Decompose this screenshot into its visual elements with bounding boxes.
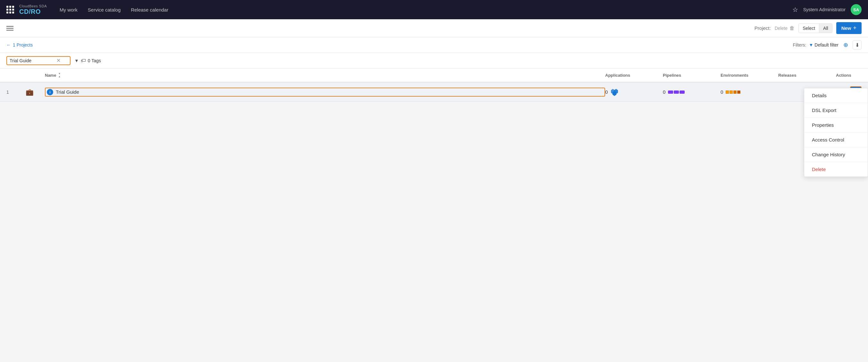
back-label: 1 Projects <box>13 43 33 48</box>
nav-my-work[interactable]: My work <box>60 7 78 12</box>
environments-icon <box>726 90 740 94</box>
context-menu-dsl-export[interactable]: DSL Export <box>804 103 868 118</box>
filters-label: Filters: <box>793 43 806 48</box>
new-button[interactable]: New + <box>836 22 862 34</box>
content-area: Name ▼ ▲ Applications Pipelines Environm… <box>0 69 868 102</box>
pipelines-cell: 0 <box>663 89 720 95</box>
select-all-control: Select All <box>799 23 832 33</box>
avatar[interactable]: SA <box>851 4 862 15</box>
sort-desc-icon: ▼ <box>58 73 61 75</box>
filter-dropdown[interactable]: ▼ Default filter <box>809 43 838 48</box>
environments-cell: 0 <box>720 89 778 95</box>
applications-count: 0 <box>605 89 608 95</box>
project-label: Project: <box>754 25 771 31</box>
table-container: Name ▼ ▲ Applications Pipelines Environm… <box>0 69 868 102</box>
topbar-nav: My work Service catalog Release calendar <box>60 7 787 12</box>
secondary-toolbar: Project: Delete 🗑 Select All New + <box>0 19 868 37</box>
topbar-right: ☆ System Administrator SA <box>793 4 862 15</box>
sort-asc-icon: ▲ <box>58 76 61 78</box>
search-bar: ✕ ▼ 🏷 0 Tags <box>0 53 868 69</box>
sort-icons[interactable]: ▼ ▲ <box>58 73 61 78</box>
th-name: Name ▼ ▲ <box>45 73 605 78</box>
new-label: New <box>841 25 851 31</box>
user-name: System Administrator <box>803 7 845 12</box>
back-link[interactable]: ← 1 Projects <box>6 43 33 48</box>
context-menu-change-history[interactable]: Change History <box>804 147 868 162</box>
th-actions: Actions <box>836 73 862 78</box>
brand: CloudBees SDA CD/RO <box>19 4 47 15</box>
th-releases: Releases <box>778 73 836 78</box>
applications-cell: 0 <box>605 88 663 96</box>
table-row: 1 💼 i Trial Guide 0 0 <box>0 82 868 102</box>
filters-section: Filters: ▼ Default filter ⊕ ⬇ <box>793 40 862 49</box>
table-header: Name ▼ ▲ Applications Pipelines Environm… <box>0 69 868 82</box>
delete-button[interactable]: Delete 🗑 <box>775 25 795 31</box>
all-badge[interactable]: All <box>819 24 832 33</box>
nav-service-catalog[interactable]: Service catalog <box>88 7 121 12</box>
th-environments: Environments <box>720 73 778 78</box>
nav-release-calendar[interactable]: Release calendar <box>131 7 168 12</box>
back-arrow-icon: ← <box>6 43 11 48</box>
breadcrumb-bar: ← 1 Projects Filters: ▼ Default filter ⊕… <box>0 37 868 53</box>
context-menu-access-control[interactable]: Access Control <box>804 133 868 147</box>
row-type-icon: 💼 <box>26 88 45 96</box>
pipeline-icon <box>668 90 685 94</box>
th-applications: Applications <box>605 73 663 78</box>
plus-icon: + <box>853 25 857 31</box>
tags-label: 0 Tags <box>88 58 101 63</box>
favorites-icon[interactable]: ☆ <box>793 6 798 13</box>
sda-label: CloudBees SDA <box>19 4 47 8</box>
cdro-label: CD/RO <box>19 8 47 15</box>
add-filter-button[interactable]: ⊕ <box>841 40 850 49</box>
tags-dropdown[interactable]: ▼ 🏷 0 Tags <box>74 58 101 63</box>
applications-icon <box>610 88 619 96</box>
context-menu-delete[interactable]: Delete <box>804 162 868 176</box>
tag-icon: 🏷 <box>81 58 86 63</box>
context-menu-details[interactable]: Details <box>804 88 868 103</box>
th-pipelines: Pipelines <box>663 73 720 78</box>
default-filter-label: Default filter <box>814 43 838 48</box>
environments-count: 0 <box>720 89 723 95</box>
info-icon[interactable]: i <box>47 89 53 95</box>
clear-search-button[interactable]: ✕ <box>56 58 61 63</box>
delete-label: Delete <box>775 26 787 31</box>
context-menu: Details DSL Export Properties Access Con… <box>804 88 868 177</box>
grid-menu-icon[interactable] <box>6 6 14 13</box>
toolbar-right: Project: Delete 🗑 Select All New + <box>754 22 862 34</box>
select-label[interactable]: Select <box>799 24 819 33</box>
search-input[interactable] <box>10 58 55 63</box>
hamburger-icon[interactable] <box>6 26 13 30</box>
add-filter-icon: ⊕ <box>843 41 848 49</box>
topbar: CloudBees SDA CD/RO My work Service cata… <box>0 0 868 19</box>
search-field: ✕ <box>6 56 70 65</box>
tags-caret-icon: ▼ <box>74 58 79 63</box>
download-icon: ⬇ <box>855 42 859 48</box>
project-name[interactable]: Trial Guide <box>56 89 79 95</box>
hex-cluster-icon <box>610 88 619 96</box>
pipelines-count: 0 <box>663 89 665 95</box>
trash-icon: 🗑 <box>789 25 795 31</box>
download-button[interactable]: ⬇ <box>852 40 862 49</box>
context-menu-properties[interactable]: Properties <box>804 118 868 133</box>
filter-caret-icon: ▼ <box>809 43 813 48</box>
row-number: 1 <box>6 89 26 95</box>
row-name-cell: i Trial Guide <box>45 88 605 96</box>
